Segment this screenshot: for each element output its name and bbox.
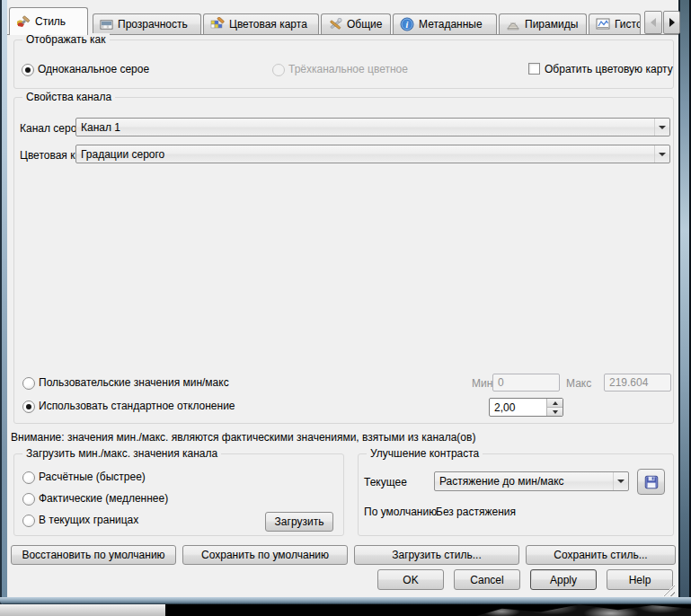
tab-scroll-left-button (644, 11, 662, 34)
window-border-right (678, 0, 691, 604)
default-contrast-label: По умолчанию (364, 506, 437, 518)
ok-label: OK (403, 574, 418, 586)
dialog-content: Стиль Прозрачность (7, 0, 678, 597)
tab-metadata[interactable]: i Метаданные (393, 13, 497, 34)
svg-text:i: i (406, 20, 409, 30)
help-button[interactable]: Help (607, 569, 673, 590)
tab-colormap[interactable]: Цветовая карта (203, 13, 319, 34)
stddev-label: Использовать стандартное отклонение (39, 400, 235, 412)
backdrop-raster-texture (476, 603, 691, 616)
actual-label: Фактические (медленнее) (39, 492, 168, 505)
paintbrush-icon (16, 14, 31, 29)
tab-label: Прозрачность (118, 18, 188, 31)
screen: Стиль Прозрачность (0, 0, 691, 616)
gray-band-select[interactable]: Канал 1 (75, 118, 670, 136)
tab-label: Гисто (615, 18, 641, 31)
min-field: 0 (492, 374, 560, 392)
floppy-save-icon (643, 474, 660, 490)
threeband-color-label: Трёхканальное цветное (288, 63, 408, 75)
load-style-button[interactable]: Загрузить стиль... (354, 545, 519, 565)
transparency-icon (100, 18, 113, 31)
load-button[interactable]: Загрузить (265, 512, 333, 532)
cancel-label: Cancel (470, 574, 503, 586)
ok-button[interactable]: OK (377, 569, 444, 590)
min-value: 0 (498, 376, 504, 389)
current-extent-label: В текущих границах (39, 514, 138, 526)
contrast-value: Растяжение до мин/макс (435, 475, 613, 488)
colormap-value: Градации серого (76, 148, 654, 161)
tab-histogram[interactable]: Гисто (589, 13, 641, 34)
group-title: Свойства канала (22, 91, 115, 103)
estimate-label: Расчётные (быстрее) (39, 471, 146, 483)
save-as-default-label: Сохранить по умолчанию (201, 549, 329, 561)
tab-label: Метаданные (419, 18, 483, 31)
restore-defaults-label: Восстановить по умолчанию (22, 549, 164, 561)
restore-defaults-button[interactable]: Восстановить по умолчанию (11, 545, 176, 565)
tab-transparency[interactable]: Прозрачность (93, 13, 201, 34)
gray-band-value: Канал 1 (76, 121, 654, 134)
scroll-right-icon (669, 18, 675, 27)
pyramid-icon (506, 17, 520, 31)
tab-pyramids[interactable]: Пирамиды (499, 13, 587, 34)
singleband-gray-label: Одноканальное серое (38, 63, 149, 75)
scroll-left-icon (651, 18, 656, 27)
threeband-color-radio (272, 64, 285, 76)
save-style-button[interactable]: Сохранить стиль... (526, 545, 676, 565)
tab-label: Общие (347, 18, 382, 31)
tab-label: Пирамиды (525, 18, 578, 31)
spin-up-button[interactable] (547, 399, 563, 408)
current-extent-radio[interactable] (22, 515, 35, 527)
min-label: Мин (472, 377, 492, 390)
max-value: 219.604 (609, 376, 648, 389)
tools-icon (328, 17, 342, 31)
cancel-button[interactable]: Cancel (454, 569, 520, 590)
help-label: Help (629, 574, 651, 586)
stddev-spinner[interactable]: 2,00 (489, 398, 563, 417)
chevron-down-icon (613, 472, 628, 490)
contrast-enhancement-group: Улучшение контраста (358, 453, 674, 536)
max-field: 219.604 (604, 374, 671, 392)
tab-scroll-right-button[interactable] (663, 11, 680, 34)
colormap-select[interactable]: Градации серого (75, 145, 670, 163)
colormap-icon (210, 17, 225, 31)
group-title: Улучшение контраста (367, 447, 483, 460)
chevron-down-icon (654, 145, 669, 163)
backdrop-gray-strip (0, 604, 165, 616)
singleband-gray-radio[interactable] (22, 64, 34, 76)
default-contrast-value: Без растяжения (436, 506, 516, 518)
group-title: Загрузить мин./макс. значения канала (22, 447, 221, 460)
custom-minmax-radio[interactable] (22, 377, 35, 390)
tab-general[interactable]: Общие (321, 13, 391, 34)
histogram-icon (596, 17, 610, 31)
load-style-label: Загрузить стиль... (392, 549, 482, 561)
raster-properties-dialog: Стиль Прозрачность (0, 0, 691, 604)
custom-minmax-label: Пользовательские значения мин/макс (39, 376, 229, 389)
invert-colormap-checkbox[interactable] (528, 63, 540, 75)
group-title: Отображать как (22, 33, 110, 46)
info-icon: i (400, 17, 414, 31)
minmax-warning-text: Внимание: значения мин./макс. являются ф… (11, 431, 475, 444)
chevron-down-icon (654, 119, 669, 136)
apply-button[interactable]: Apply (530, 569, 597, 590)
contrast-select[interactable]: Растяжение до мин/макс (434, 471, 629, 491)
save-contrast-button[interactable] (637, 469, 665, 495)
actual-radio[interactable] (22, 493, 35, 506)
save-as-default-button[interactable]: Сохранить по умолчанию (182, 545, 348, 565)
stddev-radio[interactable] (22, 400, 35, 413)
load-button-label: Загрузить (275, 515, 324, 528)
save-style-label: Сохранить стиль... (554, 549, 647, 561)
window-border-left (0, 0, 7, 604)
apply-label: Apply (550, 574, 577, 586)
tab-label: Цветовая карта (229, 18, 307, 31)
tab-style[interactable]: Стиль (9, 7, 88, 35)
invert-colormap-label: Обратить цветовую карту (545, 63, 673, 75)
tab-label: Стиль (35, 15, 66, 28)
spin-down-button[interactable] (547, 408, 563, 416)
current-contrast-label: Текущее (364, 476, 407, 488)
estimate-radio[interactable] (22, 471, 35, 484)
stddev-value: 2,00 (490, 399, 546, 416)
window-border-bottom (0, 597, 691, 604)
max-label: Макс (566, 377, 591, 390)
